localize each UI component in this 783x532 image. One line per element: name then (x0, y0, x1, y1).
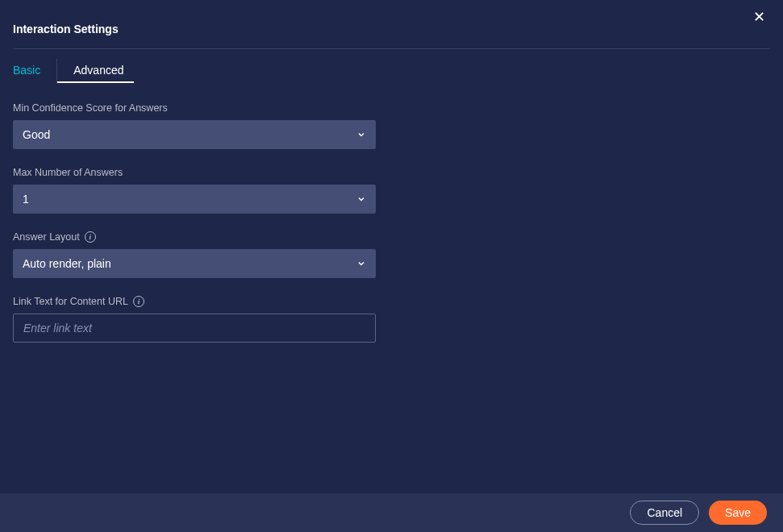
min-confidence-label: Min Confidence Score for Answers (13, 102, 770, 114)
label-text: Answer Layout (13, 231, 80, 243)
dialog-content: ✕ Interaction Settings Basic Advanced Mi… (0, 0, 783, 493)
label-text: Link Text for Content URL (13, 296, 128, 307)
tab-basic[interactable]: Basic (13, 59, 57, 83)
field-min-confidence: Min Confidence Score for Answers Good (13, 102, 770, 149)
field-max-answers: Max Number of Answers 1 (13, 167, 770, 214)
max-answers-select[interactable]: 1 (13, 185, 376, 214)
cancel-button[interactable]: Cancel (630, 501, 699, 525)
min-confidence-select[interactable]: Good (13, 120, 376, 149)
link-text-input[interactable] (13, 314, 376, 343)
tab-advanced[interactable]: Advanced (57, 59, 133, 83)
info-icon[interactable]: i (85, 231, 96, 243)
dialog-footer: Cancel Save (0, 493, 783, 532)
info-icon[interactable]: i (133, 296, 144, 307)
answer-layout-select[interactable]: Auto render, plain (13, 249, 376, 278)
save-button[interactable]: Save (709, 501, 767, 525)
link-text-label: Link Text for Content URL i (13, 296, 770, 307)
close-icon: ✕ (753, 9, 765, 25)
max-answers-select-wrapper: 1 (13, 185, 376, 214)
close-button[interactable]: ✕ (750, 6, 768, 27)
max-answers-label: Max Number of Answers (13, 167, 770, 178)
label-text: Max Number of Answers (13, 167, 123, 178)
answer-layout-select-wrapper: Auto render, plain (13, 249, 376, 278)
dialog-title: Interaction Settings (13, 13, 770, 49)
tabs: Basic Advanced (13, 59, 770, 83)
field-answer-layout: Answer Layout i Auto render, plain (13, 231, 770, 278)
min-confidence-select-wrapper: Good (13, 120, 376, 149)
field-link-text: Link Text for Content URL i (13, 296, 770, 343)
answer-layout-label: Answer Layout i (13, 231, 770, 243)
label-text: Min Confidence Score for Answers (13, 102, 168, 114)
